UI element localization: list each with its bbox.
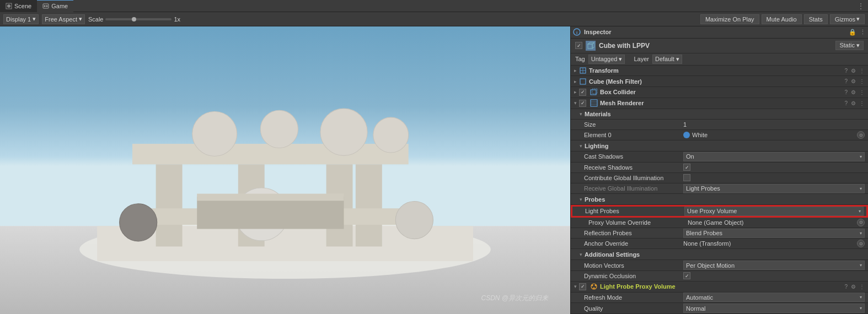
lppv-settings-icon[interactable]: ⚙ [851, 284, 856, 290]
reflection-probes-dropdown[interactable]: Blend Probes ▾ [683, 229, 865, 238]
reflection-probes-arrow-icon: ▾ [860, 231, 862, 236]
scene-3d-svg [0, 26, 570, 314]
receive-shadows-checkbox[interactable] [683, 164, 690, 171]
component-transform-header[interactable]: Transform ? ⚙ ⋮ [571, 66, 868, 77]
anchor-override-select-button[interactable]: ⊙ [857, 240, 865, 247]
receive-shadows-prop-row: Receive Shadows [571, 163, 868, 173]
receive-gi-value: Light Probes ▾ [683, 184, 865, 193]
motion-vectors-value: Per Object Motion ▾ [683, 261, 865, 270]
scale-container: Scale 1x [88, 16, 180, 23]
mesh-filter-settings-icon[interactable]: ⚙ [851, 78, 856, 84]
contribute-gi-label: Contribute Global Illumination [584, 175, 683, 181]
mesh-filter-menu-icon[interactable]: ⋮ [859, 78, 865, 84]
lppv-menu-icon[interactable]: ⋮ [859, 284, 865, 290]
dynamic-occlusion-checkbox[interactable] [683, 272, 690, 279]
svg-rect-32 [580, 79, 586, 84]
mesh-renderer-component-icon [590, 99, 598, 107]
materials-section-header[interactable]: Materials [571, 109, 868, 120]
svg-text:i: i [576, 30, 577, 35]
receive-gi-label: Receive Global Illumination [584, 185, 683, 192]
lppv-checkbox[interactable] [579, 283, 586, 290]
cast-shadows-dropdown[interactable]: On ▾ [683, 152, 865, 161]
proxy-volume-select-button[interactable]: ⊙ [857, 219, 865, 226]
size-prop-row: Size 1 [571, 120, 868, 130]
cast-shadows-label: Cast Shadows [584, 153, 683, 160]
component-mesh-renderer-header[interactable]: Mesh Renderer ? ⚙ ⋮ [571, 98, 868, 109]
box-collider-settings-icon[interactable]: ⚙ [851, 89, 856, 95]
additional-settings-arrow-icon [580, 252, 582, 257]
gizmos-arrow-icon: ▾ [856, 15, 860, 23]
probes-section-header[interactable]: Probes [571, 194, 868, 205]
refresh-mode-prop-row: Refresh Mode Automatic ▾ [571, 293, 868, 304]
receive-shadows-value [683, 164, 865, 171]
quality-dropdown[interactable]: Normal ▾ [683, 304, 865, 313]
lppv-help-icon[interactable]: ? [844, 284, 848, 290]
box-collider-checkbox[interactable] [579, 89, 586, 96]
mute-audio-button[interactable]: Mute Audio [762, 14, 802, 24]
box-collider-component-icon [590, 88, 598, 96]
tag-dropdown[interactable]: Untagged ▾ [588, 55, 625, 64]
transform-help-icon[interactable]: ? [844, 68, 848, 74]
display-dropdown[interactable]: Display 1 ▾ [3, 14, 39, 24]
additional-settings-section-label: Additional Settings [585, 251, 640, 258]
element0-select-button[interactable]: ⊙ [857, 131, 865, 139]
inspector-lock-icon[interactable]: 🔒 [849, 29, 856, 36]
dynamic-occlusion-prop-row: Dynamic Occlusion [571, 271, 868, 281]
display-group: Display 1 ▾ [3, 14, 39, 24]
maximize-on-play-button[interactable]: Maximize On Play [700, 14, 759, 24]
svg-point-19 [120, 204, 157, 241]
layer-label: Layer [634, 56, 649, 62]
transform-menu-icon[interactable]: ⋮ [859, 68, 865, 74]
box-collider-menu-icon[interactable]: ⋮ [859, 89, 865, 95]
svg-point-21 [395, 201, 433, 239]
motion-vectors-prop-row: Motion Vectors Per Object Motion ▾ [571, 260, 868, 271]
additional-settings-section-header[interactable]: Additional Settings [571, 249, 868, 260]
aspect-dropdown[interactable]: Free Aspect ▾ [42, 14, 85, 24]
mesh-renderer-help-icon[interactable]: ? [844, 100, 848, 106]
light-probes-prop-row: Light Probes Use Proxy Volume ▾ [571, 205, 868, 218]
svg-rect-33 [591, 90, 596, 95]
transform-arrow-icon [574, 68, 577, 73]
contribute-gi-checkbox[interactable] [683, 174, 690, 181]
size-prop-value: 1 [683, 121, 865, 128]
transform-settings-icon[interactable]: ⚙ [851, 68, 856, 74]
svg-rect-9 [132, 144, 409, 164]
object-active-checkbox[interactable] [575, 42, 582, 49]
stats-button[interactable]: Stats [804, 14, 828, 24]
refresh-mode-label: Refresh Mode [584, 294, 683, 301]
cast-shadows-value: On ▾ [683, 152, 865, 161]
scale-slider[interactable] [105, 18, 172, 20]
receive-gi-dropdown[interactable]: Light Probes ▾ [683, 184, 865, 193]
display-arrow-icon: ▾ [33, 15, 36, 23]
component-mesh-filter-header[interactable]: Cube (Mesh Filter) ? ⚙ ⋮ [571, 76, 868, 87]
box-collider-help-icon[interactable]: ? [844, 89, 848, 95]
tab-game[interactable]: Game [37, 0, 73, 12]
tab-options-icon[interactable]: ⋮ [854, 2, 868, 10]
tab-scene[interactable]: Scene [0, 0, 37, 12]
component-box-collider-header[interactable]: Box Collider ? ⚙ ⋮ [571, 87, 868, 98]
lighting-section-header[interactable]: Lighting [571, 140, 868, 151]
svg-rect-13 [356, 164, 382, 246]
mesh-filter-help-icon[interactable]: ? [844, 78, 848, 84]
refresh-mode-dropdown[interactable]: Automatic ▾ [683, 293, 865, 302]
mesh-renderer-checkbox[interactable] [579, 100, 586, 107]
inspector-header-icons: 🔒 ⋮ [849, 29, 866, 36]
svg-rect-26 [588, 44, 592, 48]
motion-vectors-dropdown[interactable]: Per Object Motion ▾ [683, 261, 865, 270]
aspect-arrow-icon: ▾ [79, 15, 82, 23]
mesh-renderer-menu-icon[interactable]: ⋮ [859, 100, 865, 106]
element0-prop-row: Element 0 White ⊙ [571, 130, 868, 140]
mesh-renderer-settings-icon[interactable]: ⚙ [851, 100, 856, 106]
svg-point-41 [593, 288, 595, 289]
component-lppv-header[interactable]: Light Probe Proxy Volume ? ⚙ ⋮ [571, 281, 868, 293]
layer-dropdown[interactable]: Default ▾ [652, 55, 682, 64]
light-probes-value: Use Proxy Volume ▾ [684, 207, 864, 216]
gizmos-button[interactable]: Gizmos ▾ [830, 14, 865, 24]
inspector-menu-icon[interactable]: ⋮ [860, 29, 866, 36]
light-probes-dropdown[interactable]: Use Proxy Volume ▾ [684, 207, 864, 216]
svg-point-3 [44, 6, 46, 7]
static-button[interactable]: Static ▾ [835, 41, 864, 50]
object-header: Cube with LPPV Static ▾ [571, 39, 868, 53]
aspect-group: Free Aspect ▾ [42, 14, 85, 24]
element0-color-circle [683, 132, 690, 138]
